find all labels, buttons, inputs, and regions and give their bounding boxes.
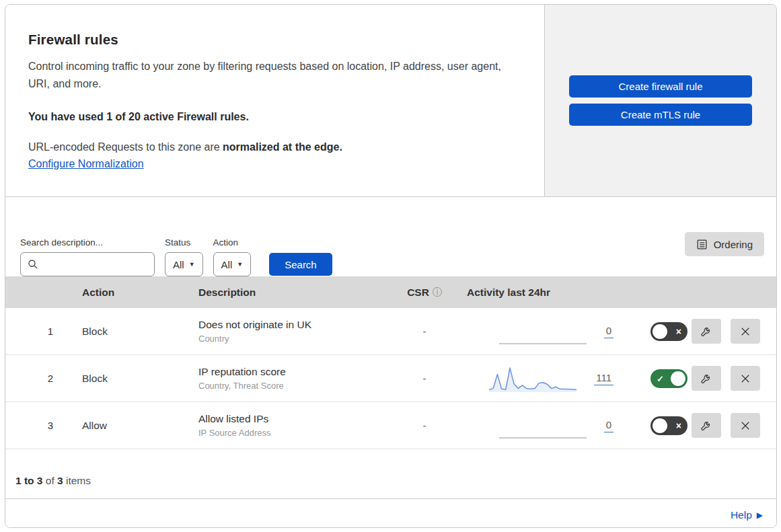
items-of: of [42,475,57,486]
filter-bar: Search description... Status All ▼ Actio… [5,197,776,276]
firewall-rules-card: Firewall rules Control incoming traffic … [5,4,777,528]
delete-rule-button[interactable] [731,319,760,344]
action-filter-group: Action All ▼ [213,237,252,276]
intro-panel: Firewall rules Control incoming traffic … [5,5,545,196]
chevron-down-icon: ▼ [189,261,195,268]
page-title: Firewall rules [28,32,517,48]
info-icon[interactable]: ⓘ [433,287,442,299]
wrench-icon [700,372,713,385]
rule-description-text: Does not originate in UK [198,319,387,331]
toggle-cell: ✓ × [630,322,687,341]
rule-fields: Country [198,334,387,344]
table-row: 1 Block Does not originate in UK Country… [5,308,776,355]
search-icon [28,259,38,270]
rule-enable-toggle[interactable]: ✓ × [650,416,687,435]
rule-priority: 2 [19,373,82,384]
search-group: Search description... [20,237,155,276]
action-dropdown-value: All [221,259,233,270]
wrench-icon [700,325,713,338]
rule-fields: IP Source Address [198,428,387,438]
activity-column-header: Activity last 24hr [461,287,630,299]
rule-description-text: IP reputation score [198,366,387,378]
edit-cell [687,319,725,344]
normalization-note: URL-encoded Requests to this zone are no… [28,141,517,153]
edit-rule-button[interactable] [692,413,721,438]
chevron-down-icon: ▼ [237,261,243,268]
help-link[interactable]: Help ▶ [731,509,763,521]
delete-x-icon [739,326,751,338]
toggle-cell: ✓ × [630,369,687,388]
items-range: 1 to 3 [15,475,42,486]
toggle-x-icon: × [676,421,681,430]
activity-sparkline [499,317,587,346]
normalization-bold: normalized at the edge. [223,141,342,153]
rule-priority: 1 [19,326,82,337]
usage-summary: You have used 1 of 20 active Firewall ru… [28,111,517,123]
toggle-cell: ✓ × [630,416,687,435]
search-input-wrap [20,252,155,276]
activity-sparkline [489,365,577,393]
delete-rule-button[interactable] [731,366,760,391]
status-dropdown-value: All [173,259,184,270]
table-row: 3 Allow Allow listed IPs IP Source Addre… [5,402,776,449]
activity-count-link[interactable]: 0 [604,325,613,338]
rule-csr-value: - [387,373,461,384]
wrench-icon [700,419,713,432]
rule-csr-value: - [387,420,461,431]
toggle-x-icon: × [676,327,681,336]
rule-enable-toggle[interactable]: ✓ × [650,322,687,341]
delete-x-icon [739,373,751,385]
rule-activity-cell: 0 [461,317,630,346]
top-section: Firewall rules Control incoming traffic … [5,5,776,197]
delete-x-icon [739,420,751,432]
ordering-button[interactable]: Ordering [685,232,764,256]
activity-count-link[interactable]: 0 [604,419,613,432]
normalization-text: URL-encoded Requests to this zone are [28,141,223,153]
rule-activity-cell: 111 [461,365,630,393]
edit-rule-button[interactable] [692,366,721,391]
toggle-knob [653,418,667,433]
rule-priority: 3 [19,420,82,431]
action-column-header: Action [82,287,198,299]
table-row: 2 Block IP reputation score Country, Thr… [5,355,776,402]
action-dropdown[interactable]: All ▼ [213,252,252,276]
description-column-header: Description [198,287,387,299]
rule-csr-value: - [387,326,461,337]
status-label: Status [165,237,203,248]
create-firewall-rule-button[interactable]: Create firewall rule [569,75,752,98]
search-label: Search description... [20,237,155,248]
create-mtls-rule-button[interactable]: Create mTLS rule [569,104,752,126]
items-total: 3 [57,475,63,486]
items-label: items [63,475,91,486]
help-arrow-icon: ▶ [757,510,763,520]
edit-cell [687,413,725,438]
csr-header-label: CSR [407,287,429,299]
items-count: 1 to 3 of 3 items [5,449,776,499]
csr-column-header: CSR ⓘ [387,287,461,299]
delete-cell [725,413,766,438]
rule-action: Block [82,373,198,385]
search-button[interactable]: Search [269,253,332,276]
delete-cell [725,319,766,344]
status-filter-group: Status All ▼ [165,237,203,276]
ordering-button-label: Ordering [714,239,753,250]
rule-description: Allow listed IPs IP Source Address [198,413,387,438]
status-dropdown[interactable]: All ▼ [165,252,203,276]
rule-enable-toggle[interactable]: ✓ × [650,369,687,388]
help-row: Help ▶ [5,499,776,528]
rule-fields: Country, Threat Score [198,381,387,391]
delete-rule-button[interactable] [731,413,760,438]
page-description: Control incoming traffic to your zone by… [28,58,517,93]
actions-panel: Create firewall rule Create mTLS rule [545,5,776,196]
ordering-list-icon [696,239,708,250]
activity-sparkline [499,412,587,440]
rule-description: Does not originate in UK Country [198,319,387,344]
rule-description-text: Allow listed IPs [198,413,387,425]
action-label: Action [213,237,252,248]
delete-cell [725,366,766,391]
activity-count-link[interactable]: 111 [594,372,613,385]
search-input[interactable] [38,259,147,270]
edit-rule-button[interactable] [692,319,721,344]
toggle-knob [671,371,685,386]
configure-normalization-link[interactable]: Configure Normalization [28,158,144,170]
